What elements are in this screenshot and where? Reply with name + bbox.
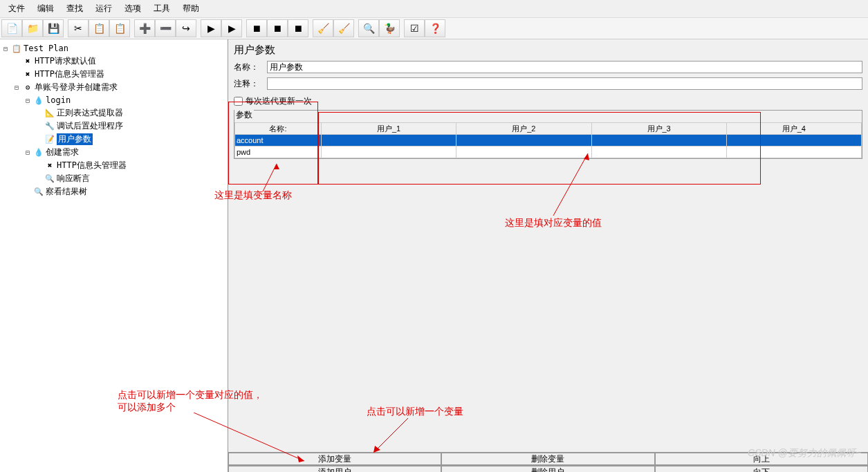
tree-icon: 🔧 bbox=[44, 121, 55, 132]
tree-icon: 📐 bbox=[44, 108, 55, 119]
tree-node[interactable]: 🔧调试后置处理程序 bbox=[1, 120, 226, 133]
tree-panel: ⊟📋Test Plan✖HTTP请求默认值✖HTTP信息头管理器⊟⚙单账号登录并… bbox=[0, 39, 228, 472]
toolbar-button[interactable]: 💾 bbox=[43, 19, 64, 37]
menu-item[interactable]: 运行 bbox=[90, 1, 118, 16]
value-cell[interactable] bbox=[726, 135, 861, 147]
toolbar-button[interactable]: 📋 bbox=[89, 19, 109, 37]
toolbar-button[interactable]: 📁 bbox=[22, 19, 43, 37]
tree-label: 响应断言 bbox=[57, 173, 90, 185]
toolbar: 📄📁💾✂📋📋➕➖↪▶▶⏹⏹⏹🧹🧹🔍🦆☑❓ bbox=[0, 18, 868, 39]
toolbar-button[interactable]: 🧹 bbox=[313, 19, 333, 37]
tree-icon: 🔍 bbox=[33, 187, 44, 198]
menubar: 文件编辑查找运行选项工具帮助 bbox=[0, 0, 868, 18]
value-cell[interactable] bbox=[456, 147, 591, 158]
toolbar-button[interactable]: ➕ bbox=[134, 19, 155, 37]
tree-toggle-icon[interactable]: ⊟ bbox=[24, 97, 32, 104]
add-user-button[interactable]: 添加用户 bbox=[228, 466, 441, 472]
value-cell[interactable] bbox=[591, 135, 726, 147]
tree-node[interactable]: ✖HTTP信息头管理器 bbox=[1, 68, 226, 81]
tree-label: 创建需求 bbox=[46, 147, 79, 158]
tree-icon: 💧 bbox=[33, 147, 44, 158]
table-row[interactable]: pwd bbox=[235, 147, 862, 158]
value-cell[interactable] bbox=[726, 147, 861, 158]
params-legend: 参数 bbox=[234, 110, 254, 120]
tree-toggle-icon[interactable]: ⊟ bbox=[12, 84, 21, 91]
value-cell[interactable] bbox=[322, 147, 456, 158]
table-header[interactable]: 名称: bbox=[235, 123, 322, 135]
menu-item[interactable]: 编辑 bbox=[32, 1, 59, 16]
tree-label: 单账号登录并创建需求 bbox=[35, 82, 118, 93]
name-cell[interactable]: account bbox=[235, 135, 322, 147]
name-label: 名称： bbox=[234, 62, 261, 73]
content-panel: 用户参数 名称： 注释： 每次迭代更新一次 参数 名称:用户_1用户_2用户_3… bbox=[228, 39, 868, 472]
tree-node[interactable]: ✖HTTP信息头管理器 bbox=[1, 159, 226, 172]
toolbar-button[interactable]: ✂ bbox=[68, 19, 89, 37]
params-fieldset: 参数 名称:用户_1用户_2用户_3用户_4accountpwd bbox=[234, 110, 862, 159]
tree-label: 用户参数 bbox=[57, 133, 93, 145]
name-input[interactable] bbox=[267, 61, 862, 73]
tree-node[interactable]: ⊟💧创建需求 bbox=[1, 146, 226, 159]
tree-icon: ✖ bbox=[44, 160, 55, 171]
tree-label: HTTP信息头管理器 bbox=[35, 68, 104, 80]
menu-item[interactable]: 帮助 bbox=[177, 1, 205, 16]
toolbar-button[interactable]: ☑ bbox=[404, 19, 425, 37]
toolbar-button[interactable]: ❓ bbox=[425, 19, 445, 37]
del-var-button[interactable]: 删除变量 bbox=[441, 453, 654, 465]
del-user-button[interactable]: 删除用户 bbox=[441, 466, 654, 472]
value-cell[interactable] bbox=[322, 135, 456, 147]
comment-input[interactable] bbox=[267, 77, 862, 90]
tree-node[interactable]: ✖HTTP请求默认值 bbox=[1, 55, 226, 68]
toolbar-button[interactable]: ▶ bbox=[221, 19, 242, 37]
tree-toggle-icon[interactable]: ⊟ bbox=[1, 45, 10, 53]
menu-item[interactable]: 查找 bbox=[61, 1, 89, 16]
menu-item[interactable]: 文件 bbox=[3, 1, 30, 16]
add-var-button[interactable]: 添加变量 bbox=[228, 453, 441, 465]
tree-icon: ⚙ bbox=[22, 82, 33, 93]
toolbar-button[interactable]: 🔍 bbox=[358, 19, 379, 37]
tree-node[interactable]: ⊟📋Test Plan bbox=[1, 42, 226, 55]
up-button[interactable]: 向上 bbox=[655, 453, 868, 465]
tree-label: 调试后置处理程序 bbox=[57, 120, 123, 132]
tree-node[interactable]: ⊟⚙单账号登录并创建需求 bbox=[1, 81, 226, 94]
down-button[interactable]: 向下 bbox=[655, 466, 868, 472]
tree-node[interactable]: 🔍察看结果树 bbox=[1, 185, 226, 198]
comment-label: 注释： bbox=[234, 78, 261, 90]
toolbar-button[interactable]: ⏹ bbox=[288, 19, 308, 37]
tree-label: login bbox=[46, 95, 71, 105]
params-table[interactable]: 名称:用户_1用户_2用户_3用户_4accountpwd bbox=[234, 122, 862, 158]
value-cell[interactable] bbox=[456, 135, 591, 147]
toolbar-button[interactable]: ↪ bbox=[176, 19, 196, 37]
iterate-checkbox[interactable] bbox=[234, 97, 243, 106]
toolbar-button[interactable]: 📋 bbox=[109, 19, 130, 37]
value-cell[interactable] bbox=[591, 147, 726, 158]
tree-toggle-icon[interactable]: ⊟ bbox=[24, 149, 32, 156]
tree-icon: ✖ bbox=[22, 69, 33, 80]
name-cell[interactable]: pwd bbox=[235, 147, 322, 158]
toolbar-button[interactable]: 📄 bbox=[1, 19, 22, 37]
tree-icon: 💧 bbox=[33, 95, 44, 106]
table-row[interactable]: account bbox=[235, 135, 862, 147]
tree-label: Test Plan bbox=[24, 44, 68, 53]
toolbar-button[interactable]: ➖ bbox=[155, 19, 176, 37]
tree-node[interactable]: 📝用户参数 bbox=[1, 133, 226, 146]
toolbar-button[interactable]: ⏹ bbox=[246, 19, 267, 37]
tree-icon: 📝 bbox=[44, 134, 55, 145]
toolbar-button[interactable]: ⏹ bbox=[267, 19, 288, 37]
table-header[interactable]: 用户_4 bbox=[726, 123, 861, 135]
tree-label: 察看结果树 bbox=[46, 186, 87, 198]
tree-label: 正则表达式提取器 bbox=[57, 107, 123, 119]
menu-item[interactable]: 工具 bbox=[148, 1, 176, 16]
toolbar-button[interactable]: ▶ bbox=[201, 19, 221, 37]
tree-label: HTTP请求默认值 bbox=[35, 55, 96, 67]
tree-node[interactable]: 📐正则表达式提取器 bbox=[1, 106, 226, 120]
toolbar-button[interactable]: 🧹 bbox=[333, 19, 354, 37]
tree-node[interactable]: 🔍响应断言 bbox=[1, 172, 226, 185]
table-header[interactable]: 用户_2 bbox=[456, 123, 591, 135]
tree-icon: 📋 bbox=[11, 43, 22, 54]
panel-title: 用户参数 bbox=[234, 44, 862, 57]
table-header[interactable]: 用户_1 bbox=[322, 123, 456, 135]
toolbar-button[interactable]: 🦆 bbox=[379, 19, 400, 37]
tree-node[interactable]: ⊟💧login bbox=[1, 94, 226, 106]
table-header[interactable]: 用户_3 bbox=[591, 123, 726, 135]
menu-item[interactable]: 选项 bbox=[119, 1, 147, 16]
